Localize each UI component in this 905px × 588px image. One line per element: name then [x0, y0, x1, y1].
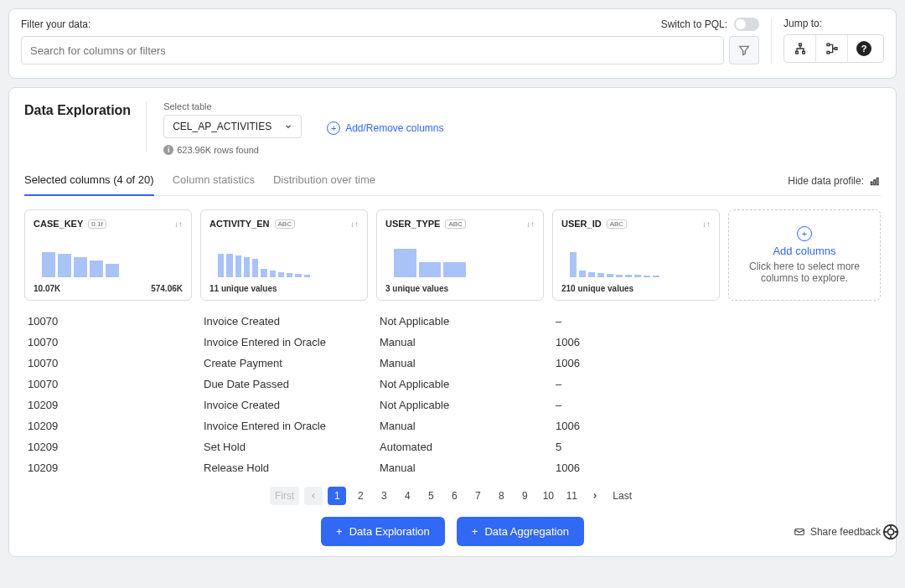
table-select[interactable]: CEL_AP_ACTIVITIES: [163, 115, 302, 138]
tab-distribution-over-time[interactable]: Distribution over time: [273, 167, 375, 195]
page-number[interactable]: 2: [351, 487, 370, 505]
grid-cell: Release Hold: [200, 457, 368, 478]
grid-cell: 10070: [24, 311, 192, 332]
page-number[interactable]: 1: [328, 487, 346, 505]
grid-cell: Invoice Created: [200, 311, 368, 332]
svg-rect-2: [802, 51, 804, 54]
grid-cell: Not Applicable: [376, 374, 544, 395]
column-card[interactable]: CASE_KEY 0.1f ↓↑ 10.07K574.06K: [24, 209, 192, 301]
filter-bar: Filter your data: Switch to PQL: Jump to…: [8, 8, 897, 79]
data-exploration-button[interactable]: + Data Exploration: [321, 517, 445, 546]
grid-cell: 10209: [24, 415, 192, 436]
page-number[interactable]: 11: [562, 487, 581, 505]
col-stat-left: 10.07K: [34, 284, 60, 293]
col-name: USER_ID: [561, 219, 602, 229]
add-remove-columns-link[interactable]: + Add/Remove columns: [327, 121, 443, 135]
grid-cell: Manual: [376, 415, 544, 436]
col-summary: 3 unique values: [385, 284, 448, 293]
grid-cell: 10070: [24, 374, 192, 395]
page-first[interactable]: First: [270, 487, 299, 505]
tab-selected-columns[interactable]: Selected columns (4 of 20): [24, 167, 154, 196]
grid-column: 1007010070100701007010209102091020910209: [24, 311, 192, 478]
sort-icon[interactable]: ↓↑: [350, 219, 359, 229]
grid-cell: Invoice Entered in Oracle: [200, 415, 368, 436]
grid-cell: 10209: [24, 436, 192, 457]
column-card[interactable]: ACTIVITY_EN ABC ↓↑ 11 unique values: [200, 209, 368, 301]
grid-cell: Manual: [376, 353, 544, 374]
grid-cell: –: [552, 374, 720, 395]
page-last[interactable]: Last: [609, 487, 635, 505]
grid-cell: 1006: [552, 415, 720, 436]
search-input[interactable]: [21, 36, 724, 64]
col-summary: 210 unique values: [561, 284, 634, 293]
grid-cell: Due Date Passed: [200, 374, 368, 395]
svg-rect-0: [799, 44, 801, 46]
floating-support-icon[interactable]: [882, 523, 900, 541]
pql-toggle[interactable]: [734, 18, 759, 31]
jump-tree-icon[interactable]: [784, 35, 816, 62]
add-columns-title: Add columns: [773, 245, 835, 257]
svg-rect-7: [874, 180, 876, 185]
data-aggregation-button[interactable]: + Data Aggregation: [457, 517, 584, 546]
grid-cell: 1006: [552, 332, 720, 353]
jump-help-icon[interactable]: ?: [848, 35, 880, 62]
page-number[interactable]: 3: [375, 487, 393, 505]
mini-chart: [34, 237, 183, 277]
plus-icon: +: [472, 525, 478, 538]
plus-circle-icon: +: [327, 121, 340, 135]
grid-cell: Automated: [376, 436, 544, 457]
jump-schema-icon[interactable]: [816, 35, 848, 62]
col-name: CASE_KEY: [34, 219, 83, 229]
grid-column: –10061006––100651006: [552, 311, 720, 478]
type-badge: ABC: [275, 219, 295, 229]
grid-cell: Manual: [376, 457, 544, 478]
page-number[interactable]: 9: [515, 487, 534, 505]
page-number[interactable]: 8: [492, 487, 510, 505]
share-feedback-label: Share feedback: [810, 526, 881, 538]
sort-icon[interactable]: ↓↑: [174, 219, 183, 229]
page-number[interactable]: 10: [539, 487, 557, 505]
type-badge: ABC: [607, 219, 627, 229]
hide-data-profile-link[interactable]: Hide data profile:: [788, 175, 881, 187]
select-table-label: Select table: [163, 101, 302, 111]
page-number[interactable]: 7: [468, 487, 487, 505]
svg-rect-4: [827, 51, 830, 54]
grid-cell: 5: [552, 436, 720, 457]
data-exploration-card: Data Exploration Select table CEL_AP_ACT…: [8, 87, 897, 557]
page-number[interactable]: 6: [445, 487, 463, 505]
jump-label: Jump to:: [783, 18, 884, 29]
grid-cell: Set Hold: [200, 436, 368, 457]
grid-cell: Invoice Created: [200, 395, 368, 415]
page-next[interactable]: [586, 487, 604, 505]
column-card[interactable]: USER_TYPE ABC ↓↑ 3 unique values: [376, 209, 544, 301]
col-name: ACTIVITY_EN: [209, 219, 270, 229]
page-number[interactable]: 4: [398, 487, 416, 505]
grid-cell: 10070: [24, 353, 192, 374]
jump-section: Jump to: ?: [783, 18, 884, 64]
sort-icon[interactable]: ↓↑: [702, 219, 711, 229]
grid-column: Not ApplicableManualManualNot Applicable…: [376, 311, 544, 478]
chevron-down-icon: [284, 122, 292, 131]
btn-label: Data Aggregation: [484, 525, 568, 538]
share-feedback-link[interactable]: Share feedback: [794, 526, 881, 538]
grid-cell: 10209: [24, 395, 192, 415]
grid-cell: Not Applicable: [376, 395, 544, 415]
tab-column-statistics[interactable]: Column statistics: [173, 167, 255, 195]
grid-cell: 1006: [552, 457, 720, 478]
svg-rect-8: [877, 178, 878, 185]
svg-rect-3: [827, 44, 830, 46]
column-card[interactable]: USER_ID ABC ↓↑ 210 unique values: [552, 209, 720, 301]
filter-left: Filter your data: Switch to PQL:: [21, 18, 759, 64]
page-number[interactable]: 5: [421, 487, 440, 505]
filter-label: Filter your data:: [21, 18, 90, 30]
sort-icon[interactable]: ↓↑: [526, 219, 535, 229]
add-columns-card[interactable]: + Add columns Click here to select more …: [728, 209, 881, 301]
col-stat-right: 574.06K: [151, 284, 183, 293]
hide-profile-label: Hide data profile:: [788, 175, 864, 187]
btn-label: Data Exploration: [349, 525, 430, 538]
grid-cell: Create Payment: [200, 353, 368, 374]
grid-cell: –: [552, 395, 720, 415]
pql-label: Switch to PQL:: [661, 18, 727, 30]
page-prev[interactable]: [304, 487, 323, 505]
filter-icon-button[interactable]: [729, 36, 759, 64]
